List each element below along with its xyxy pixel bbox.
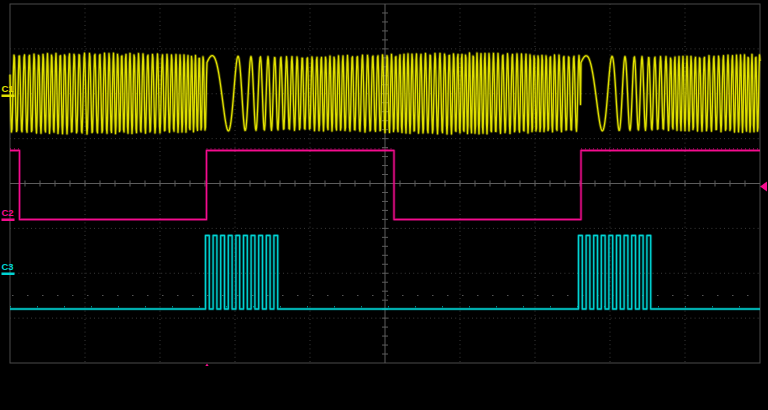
waveform-display: C1C2C3 [0,0,768,366]
channel-marker-label-c1[interactable]: C1 [2,83,15,94]
channel-zero-marker-c2[interactable] [2,219,15,222]
channel-zero-marker-c1[interactable] [2,95,15,98]
oscilloscope-screen: C1C2C3 C1 DC50 500 mV/div 1.000 V offset… [0,0,768,410]
channel-marker-label-c2[interactable]: C2 [2,207,14,218]
status-bar: C1 DC50 500 mV/div 1.000 V offset C2 DC5… [0,366,768,410]
channel-marker-label-c3[interactable]: C3 [2,261,14,272]
channel-zero-marker-c3[interactable] [2,273,15,276]
trigger-level-marker[interactable] [760,182,767,192]
